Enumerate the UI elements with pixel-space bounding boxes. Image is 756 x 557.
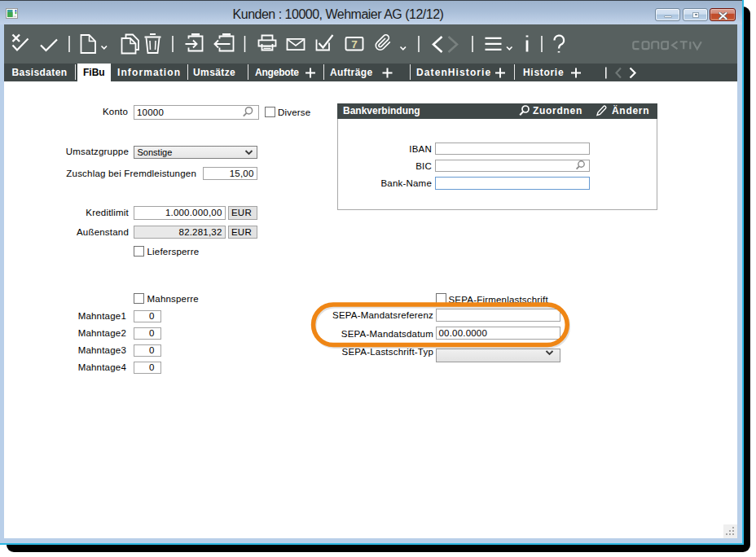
- svg-text:7: 7: [351, 38, 358, 50]
